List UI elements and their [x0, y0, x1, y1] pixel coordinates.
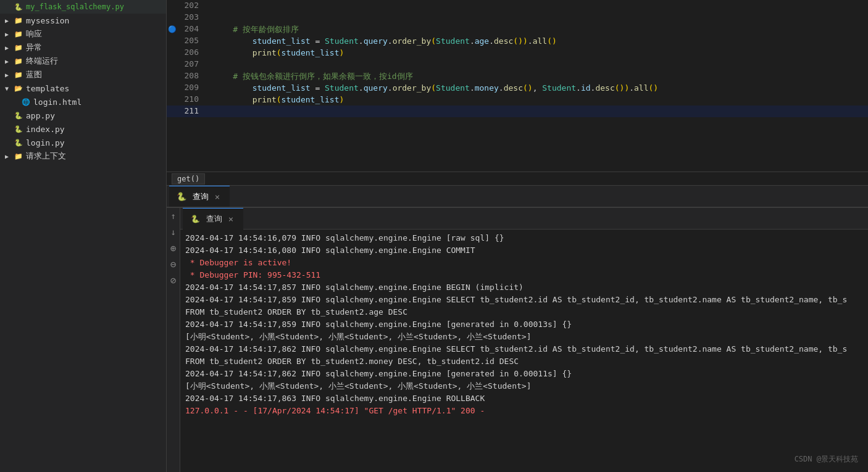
python-file-icon: 🐍: [14, 2, 23, 12]
line-content: # 按钱包余额进行倒序，如果余额一致，按id倒序: [209, 70, 868, 82]
editor-area: 202 203 🔵 204 # 按年龄倒叙排序: [167, 0, 868, 472]
terminal-content[interactable]: 2024-04-17 14:54:16,079 INFO sqlalchemy.…: [180, 230, 868, 472]
folder-icon: 📁: [14, 70, 23, 80]
sidebar-item-blueprint[interactable]: ▶ 📁 蓝图: [0, 68, 166, 81]
python-file-icon: 🐍: [14, 110, 23, 120]
folder-icon: 📁: [14, 43, 23, 52]
breakpoint-cell: [167, 82, 178, 94]
terminal-tab-close-button[interactable]: ×: [226, 214, 236, 224]
chevron-icon: ▶: [5, 44, 14, 51]
sidebar-item-label: login.py: [26, 138, 65, 147]
table-row: 210 print(student_list): [167, 94, 868, 106]
get-tag[interactable]: get(): [172, 173, 205, 184]
line-content: print(student_list): [209, 94, 868, 106]
line-number: 205: [178, 35, 209, 47]
sidebar-item-label: 响应: [26, 28, 42, 39]
list-item: 2024-04-17 14:54:17,859 INFO sqlalchemy.…: [185, 294, 863, 306]
folder-icon: 📁: [14, 29, 23, 39]
sidebar-item-exception[interactable]: ▶ 📁 异常: [0, 41, 166, 54]
chevron-icon: ▶: [5, 31, 14, 38]
toolbar-down-btn[interactable]: ↓: [168, 226, 179, 238]
chevron-down-icon: ▼: [5, 85, 14, 92]
list-item: FROM tb_student2 ORDER BY tb_student2.ag…: [185, 306, 863, 318]
terminal-tab-query[interactable]: 🐍 查询 ×: [183, 208, 243, 230]
line-content: [209, 106, 868, 117]
terminal-tab-bar: 🐍 查询 ×: [180, 208, 868, 230]
sidebar-item-label: mysession: [26, 16, 69, 25]
sidebar-item-label: index.py: [26, 125, 65, 134]
html-file-icon: 🌐: [21, 97, 31, 107]
line-number: 206: [178, 47, 209, 59]
line-number: 208: [178, 70, 209, 82]
toolbar-up-btn[interactable]: ↑: [168, 210, 179, 222]
list-item: * Debugger is active!: [185, 257, 863, 269]
list-item: 2024-04-17 14:54:17,857 INFO sqlalchemy.…: [185, 281, 863, 294]
table-row: 207: [167, 59, 868, 70]
breakpoint-cell: [167, 47, 178, 59]
list-item: [小明<Student>, 小黑<Student>, 小兰<Student>, …: [185, 380, 863, 392]
watermark: CSDN @景天科技苑: [795, 454, 858, 465]
terminal-toolbar: ↑ ↓ ⊕ ⊖ ⊘: [167, 208, 180, 472]
list-item: * Debugger PIN: 995-432-511: [185, 269, 863, 281]
toolbar-clear-btn[interactable]: ⊘: [168, 275, 179, 286]
sidebar-item-my-flask[interactable]: 🐍 my_flask_sqlalchemy.py: [0, 0, 166, 14]
python-file-icon: 🐍: [14, 138, 23, 147]
list-item: FROM tb_student2 ORDER BY tb_student2.mo…: [185, 355, 863, 368]
breakpoint-cell: [167, 35, 178, 47]
sidebar-item-label: 异常: [26, 42, 42, 53]
terminal-tab-label: 查询: [206, 213, 222, 225]
toolbar-remove-btn[interactable]: ⊖: [168, 259, 179, 270]
breakpoint-cell: [167, 0, 178, 12]
line-number: 211: [178, 106, 209, 117]
sidebar-item-response[interactable]: ▶ 📁 响应: [0, 27, 166, 41]
sidebar-item-login-html[interactable]: 🌐 login.html: [0, 95, 166, 109]
get-bar: get(): [167, 172, 868, 185]
list-item: 2024-04-17 14:54:17,863 INFO sqlalchemy.…: [185, 392, 863, 405]
breakpoint-cell: [167, 70, 178, 82]
table-row: 202: [167, 0, 868, 12]
sidebar: 🐍 my_flask_sqlalchemy.py ▶ 📁 mysession ▶…: [0, 0, 167, 472]
sidebar-item-label: my_flask_sqlalchemy.py: [26, 2, 124, 11]
table-row: 205 student_list = Student.query.order_b…: [167, 35, 868, 47]
sidebar-item-terminal[interactable]: ▶ 📁 终端运行: [0, 54, 166, 68]
sidebar-item-login-py[interactable]: 🐍 login.py: [0, 136, 166, 149]
table-row: 203: [167, 12, 868, 23]
sidebar-item-mysession[interactable]: ▶ 📁 mysession: [0, 14, 166, 27]
toolbar-add-btn[interactable]: ⊕: [168, 242, 179, 254]
python-tab-icon: 🐍: [177, 192, 186, 202]
sidebar-item-app-py[interactable]: 🐍 app.py: [0, 109, 166, 122]
tab-bar: 🐍 查询 ×: [167, 185, 868, 207]
list-item: 2024-04-17 14:54:16,079 INFO sqlalchemy.…: [185, 232, 863, 244]
line-number: 204: [178, 23, 209, 35]
line-content: # 按年龄倒叙排序: [209, 23, 868, 35]
chevron-icon: ▶: [5, 17, 14, 24]
line-content: student_list = Student.query.order_by(St…: [209, 35, 868, 47]
folder-icon: 📁: [14, 56, 23, 66]
list-item: 127.0.0.1 - - [17/Apr/2024 14:54:17] "GE…: [185, 405, 863, 417]
folder-icon: 📁: [14, 15, 23, 25]
table-row: 211: [167, 106, 868, 117]
sidebar-item-index-py[interactable]: 🐍 index.py: [0, 122, 166, 136]
sidebar-item-request[interactable]: ▶ 📁 请求上下文: [0, 149, 166, 163]
breakpoint-cell: [167, 12, 178, 23]
tab-close-button[interactable]: ×: [212, 192, 222, 202]
tab-label: 查询: [193, 191, 209, 202]
chevron-icon: ▶: [5, 58, 14, 65]
line-content: [209, 59, 868, 70]
code-editor[interactable]: 202 203 🔵 204 # 按年龄倒叙排序: [167, 0, 868, 172]
chevron-icon: ▶: [5, 153, 14, 160]
line-content: student_list = Student.query.order_by(St…: [209, 82, 868, 94]
list-item: 2024-04-17 14:54:17,859 INFO sqlalchemy.…: [185, 318, 863, 331]
line-number: 209: [178, 82, 209, 94]
sidebar-item-label: app.py: [26, 111, 55, 120]
breakpoint-cell: 🔵: [167, 23, 178, 35]
list-item: [小明<Student>, 小黑<Student>, 小黑<Student>, …: [185, 331, 863, 343]
table-row: 208 # 按钱包余额进行倒序，如果余额一致，按id倒序: [167, 70, 868, 82]
list-item: 2024-04-17 14:54:17,862 INFO sqlalchemy.…: [185, 368, 863, 380]
sidebar-item-label: 终端运行: [26, 56, 58, 67]
table-row: 🔵 204 # 按年龄倒叙排序: [167, 23, 868, 35]
breakpoint-cell: [167, 59, 178, 70]
sidebar-item-label: login.html: [33, 97, 81, 107]
sidebar-item-templates[interactable]: ▼ 📂 templates: [0, 81, 166, 95]
editor-tab-query[interactable]: 🐍 查询 ×: [169, 186, 230, 207]
